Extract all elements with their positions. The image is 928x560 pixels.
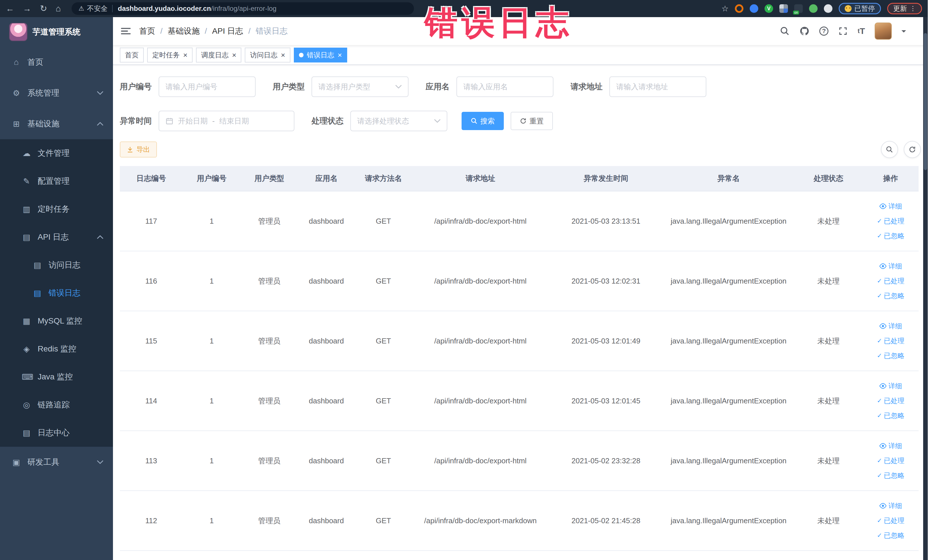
search-icon[interactable] bbox=[780, 26, 790, 36]
sidebar-item-error-log[interactable]: ▤错误日志 bbox=[0, 279, 113, 307]
table-cell: dashboard bbox=[298, 251, 355, 311]
tab-schedule-log[interactable]: 调度日志× bbox=[196, 48, 241, 63]
page-scrollbar[interactable] bbox=[923, 17, 928, 560]
mark-processed-link[interactable]: ✓已处理 bbox=[863, 394, 919, 408]
status-select[interactable]: 请选择处理状态 bbox=[350, 111, 447, 131]
tags-bar: 首页定时任务×调度日志×访问日志×错误日志× bbox=[113, 46, 928, 65]
back-icon[interactable]: ← bbox=[6, 4, 14, 13]
mark-ignored-link[interactable]: ✓已忽略 bbox=[863, 468, 919, 483]
refresh-button[interactable] bbox=[904, 141, 921, 158]
search-button[interactable]: 搜索 bbox=[462, 112, 504, 130]
sidebar-item-file-management[interactable]: ☁文件管理 bbox=[0, 139, 113, 167]
home-icon[interactable]: ⌂ bbox=[56, 4, 61, 13]
help-icon[interactable]: ? bbox=[819, 26, 829, 36]
mark-ignored-link[interactable]: ✓已忽略 bbox=[863, 229, 919, 243]
mark-processed-link[interactable]: ✓已处理 bbox=[863, 453, 919, 468]
close-icon[interactable]: × bbox=[183, 51, 188, 59]
mark-processed-link[interactable]: ✓已处理 bbox=[863, 273, 919, 288]
user-id-input[interactable] bbox=[159, 76, 256, 97]
mark-processed-link[interactable]: ✓已处理 bbox=[863, 214, 919, 229]
sidebar-item-mysql-monitor[interactable]: ▦MySQL 监控 bbox=[0, 307, 113, 335]
ext-on-badge-icon[interactable]: on bbox=[794, 4, 803, 13]
sidebar-item-scheduled-tasks[interactable]: ▥定时任务 bbox=[0, 195, 113, 223]
paused-extension-pill[interactable]: 已暂停 bbox=[839, 3, 881, 14]
security-warning-icon: ⚠ bbox=[78, 5, 84, 12]
mark-ignored-link[interactable]: ✓已忽略 bbox=[863, 348, 919, 363]
sidebar-item-dev-tools[interactable]: ▣研发工具 bbox=[0, 447, 113, 478]
close-icon[interactable]: × bbox=[281, 51, 285, 59]
table-cell: 未处理 bbox=[794, 251, 863, 311]
start-date-placeholder[interactable]: 开始日期 bbox=[178, 116, 208, 126]
hamburger-icon[interactable] bbox=[121, 27, 131, 35]
address-bar[interactable]: ⚠ 不安全 dashboard.yudao.iocoder.cn /infra/… bbox=[72, 2, 414, 15]
view-detail-link[interactable]: 详细 bbox=[863, 438, 919, 453]
reload-icon[interactable]: ↻ bbox=[40, 4, 47, 13]
caret-down-icon[interactable] bbox=[902, 30, 906, 35]
export-button[interactable]: 导出 bbox=[120, 142, 157, 157]
req-url-input[interactable] bbox=[609, 76, 706, 97]
bookmark-star-icon[interactable]: ☆ bbox=[722, 4, 729, 14]
sidebar-item-trace[interactable]: ◎链路追踪 bbox=[0, 391, 113, 419]
close-icon[interactable]: × bbox=[232, 51, 236, 59]
view-detail-link[interactable]: 详细 bbox=[863, 319, 919, 334]
tab-access-log[interactable]: 访问日志× bbox=[245, 48, 290, 63]
sidebar-item-system-management[interactable]: ⚙系统管理 bbox=[0, 78, 113, 108]
ext-puzzle-icon[interactable] bbox=[824, 4, 832, 13]
ext-orange-ring-icon[interactable] bbox=[735, 4, 743, 13]
sidebar-item-infrastructure[interactable]: ⊞基础设施 bbox=[0, 108, 113, 139]
reset-button[interactable]: 重置 bbox=[511, 112, 553, 130]
tab-home[interactable]: 首页 bbox=[120, 48, 144, 63]
breadcrumb-item[interactable]: 首页 bbox=[139, 26, 155, 37]
screen: ← → ↻ ⌂ ⚠ 不安全 dashboard.yudao.iocoder.cn… bbox=[0, 0, 928, 560]
mark-ignored-link[interactable]: ✓已忽略 bbox=[863, 408, 919, 423]
user-id-input-field[interactable] bbox=[165, 82, 249, 91]
mark-ignored-link[interactable]: ✓已忽略 bbox=[863, 288, 919, 303]
check-icon: ✓ bbox=[877, 338, 882, 344]
table-cell: dashboard bbox=[298, 371, 355, 431]
sidebar-item-log-center[interactable]: ▤日志中心 bbox=[0, 419, 113, 447]
sidebar-item-label: 文件管理 bbox=[38, 148, 70, 159]
user-type-select[interactable]: 请选择用户类型 bbox=[311, 76, 409, 97]
ext-blue-shield-icon[interactable] bbox=[750, 4, 758, 13]
ext-green-v-icon[interactable]: V bbox=[765, 4, 773, 13]
github-icon[interactable] bbox=[799, 26, 810, 36]
sidebar-item-config-management[interactable]: ✎配置管理 bbox=[0, 167, 113, 195]
view-detail-link[interactable]: 详细 bbox=[863, 199, 919, 214]
app-name-input-field[interactable] bbox=[463, 82, 546, 91]
mark-processed-link[interactable]: ✓已处理 bbox=[863, 513, 919, 528]
view-detail-link[interactable]: 详细 bbox=[863, 259, 919, 273]
app-name-input[interactable] bbox=[456, 76, 553, 97]
table-cell: java.lang.IllegalArgumentException bbox=[663, 311, 794, 371]
view-detail-link[interactable]: 详细 bbox=[863, 378, 919, 394]
sidebar-logo-row[interactable]: 芋道管理系统 bbox=[0, 17, 113, 47]
breadcrumb-item[interactable]: API 日志 bbox=[212, 26, 243, 37]
user-avatar[interactable] bbox=[875, 23, 892, 40]
toggle-search-button[interactable] bbox=[881, 141, 898, 158]
ext-green-leaf-icon[interactable] bbox=[809, 4, 818, 13]
chrome-update-button[interactable]: 更新 ⋮ bbox=[887, 3, 922, 14]
mark-processed-link[interactable]: ✓已处理 bbox=[863, 334, 919, 348]
breadcrumb-item[interactable]: 基础设施 bbox=[168, 26, 200, 37]
sidebar-item-access-log[interactable]: ▤访问日志 bbox=[0, 251, 113, 279]
scrollbar-thumb[interactable] bbox=[924, 33, 927, 170]
view-detail-link[interactable]: 详细 bbox=[863, 498, 919, 513]
font-size-icon[interactable]: tT bbox=[858, 26, 865, 36]
kebab-menu-icon[interactable]: ⋮ bbox=[910, 5, 916, 12]
check-icon: ✓ bbox=[877, 218, 882, 224]
sidebar-item-home[interactable]: ⌂首页 bbox=[0, 47, 113, 78]
end-date-placeholder[interactable]: 结束日期 bbox=[219, 116, 249, 126]
close-icon[interactable]: × bbox=[338, 51, 342, 59]
date-range-input[interactable]: 开始日期 - 结束日期 bbox=[159, 111, 295, 131]
row-actions-cell: 详细✓已处理✓已忽略 bbox=[863, 191, 919, 251]
sidebar-item-api-log[interactable]: ▤API 日志 bbox=[0, 223, 113, 251]
tab-error-log[interactable]: 错误日志× bbox=[294, 48, 347, 63]
tab-scheduled-tasks[interactable]: 定时任务× bbox=[147, 48, 192, 63]
req-url-input-field[interactable] bbox=[616, 82, 699, 91]
ext-grid-icon[interactable] bbox=[779, 4, 788, 13]
fullscreen-icon[interactable] bbox=[838, 26, 848, 36]
table-cell: /api/infra/db-doc/export-html bbox=[412, 191, 549, 251]
mark-ignored-link[interactable]: ✓已忽略 bbox=[863, 528, 919, 543]
sidebar-item-java-monitor[interactable]: ⌨Java 监控 bbox=[0, 363, 113, 391]
sidebar-item-redis-monitor[interactable]: ◈Redis 监控 bbox=[0, 335, 113, 363]
forward-icon[interactable]: → bbox=[23, 4, 31, 13]
